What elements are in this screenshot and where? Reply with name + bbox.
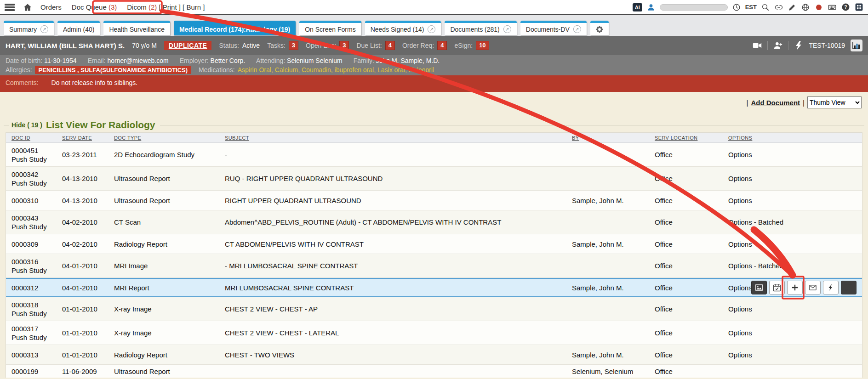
- medication-link[interactable]: Lasix oral: [377, 66, 405, 74]
- video-camera-icon[interactable]: [753, 41, 762, 50]
- add-document-link[interactable]: Add Document: [751, 99, 800, 107]
- table-row[interactable]: 0000316Push Study04-01-2010MRI Image- MR…: [6, 254, 862, 278]
- apps-icon[interactable]: [854, 3, 863, 12]
- tab-settings[interactable]: [590, 21, 609, 35]
- search-icon[interactable]: [761, 3, 770, 12]
- ai-badge[interactable]: AI: [633, 3, 642, 11]
- link-icon[interactable]: [774, 3, 783, 12]
- top-nav-item-doc-queue[interactable]: Doc Queue (3): [72, 3, 117, 11]
- user-icon[interactable]: [646, 3, 656, 12]
- table-row[interactable]: 000031004-13-2010Ultrasound ReportRIGHT …: [6, 191, 862, 210]
- options-link[interactable]: Options: [728, 197, 752, 204]
- table-row[interactable]: 000031301-01-2010Radiology ReportCHEST -…: [6, 345, 862, 365]
- cell-doc-id: 0000343Push Study: [11, 214, 62, 231]
- push-study-link[interactable]: Push Study: [11, 266, 47, 274]
- top-nav-item-orders[interactable]: Orders: [40, 3, 62, 11]
- person-add-icon[interactable]: [773, 41, 782, 50]
- table-row[interactable]: 0000318Push Study01-01-2010X-ray ImageCH…: [6, 297, 862, 321]
- tab-needs-signed-14[interactable]: Needs Signed (14)↗: [365, 21, 441, 35]
- medication-link[interactable]: Aspirin Oral: [238, 66, 271, 74]
- column-header-subject[interactable]: SUBJECT: [225, 135, 572, 141]
- options-link[interactable]: Options - Batched: [728, 218, 783, 226]
- hamburger-menu-icon[interactable]: [5, 4, 15, 11]
- tab-on-screen-forms[interactable]: On Screen Forms: [299, 21, 361, 35]
- help-icon[interactable]: ?: [841, 3, 850, 12]
- cell-subject: RUQ - RIGHT UPPER QUADRANT ULTRASOUND: [225, 174, 572, 183]
- options-link[interactable]: Options: [728, 240, 752, 248]
- allergy-chip[interactable]: PENICILLINS , SULFA(SULFONAMIDE ANTIBIOT…: [35, 66, 192, 74]
- tab-label: Needs Signed (14): [371, 26, 424, 33]
- annotate-icon[interactable]: [788, 3, 797, 12]
- popout-icon[interactable]: ↗: [503, 25, 511, 33]
- counter-badge[interactable]: 4: [437, 41, 447, 50]
- tab-summary[interactable]: Summary↗: [4, 21, 54, 35]
- options-link[interactable]: Options: [728, 305, 752, 313]
- hide-link[interactable]: Hide ( 19 ): [11, 121, 42, 129]
- column-header-serv-date[interactable]: SERV DATE: [62, 135, 114, 141]
- table-row[interactable]: 000031204-01-2010MRI ReportMRI LUMBOSACR…: [6, 278, 862, 297]
- push-study-link[interactable]: Push Study: [11, 310, 47, 317]
- table-row[interactable]: 0000451Push Study03-23-20112D Echocardio…: [6, 143, 862, 167]
- counter-badge[interactable]: 3: [289, 41, 298, 50]
- medication-link[interactable]: ibuprofen oral: [335, 66, 374, 74]
- cell-subject: - MRI LUMBOSACRAL SPINE CONTRAST: [225, 261, 572, 270]
- table-row[interactable]: 000030904-02-2010Radiology ReportCT ABDO…: [6, 234, 862, 254]
- table-row[interactable]: 000019911-06-2009Ultrasound ReportSeleni…: [6, 365, 862, 378]
- column-header-options[interactable]: OPTIONS: [728, 135, 862, 141]
- popout-icon[interactable]: ↗: [428, 25, 435, 33]
- medication-link[interactable]: Lisinopril: [409, 66, 434, 74]
- medication-link[interactable]: Calcium: [275, 66, 298, 74]
- tab-medical-record-174-radiology-19[interactable]: Medical Record (174):Radiology (19): [174, 21, 296, 35]
- table-row[interactable]: 0000342Push Study04-13-2010Ultrasound Re…: [6, 167, 862, 191]
- add-document-button[interactable]: [787, 281, 803, 294]
- column-header-by[interactable]: BY: [572, 135, 655, 141]
- bar-chart-icon[interactable]: [851, 40, 862, 51]
- home-icon[interactable]: [23, 3, 32, 12]
- tab-documents-dv[interactable]: Documents-DV↗: [520, 21, 587, 35]
- counter-due-list: Due List:4: [356, 41, 394, 50]
- task-calendar-button[interactable]: [769, 281, 785, 294]
- comment-bubble-button[interactable]: [841, 281, 857, 294]
- tab-admin-40[interactable]: Admin (40): [57, 21, 100, 35]
- options-link[interactable]: Options: [728, 351, 752, 359]
- keyboard-icon[interactable]: [828, 3, 837, 12]
- options-link[interactable]: Options: [728, 151, 752, 158]
- medication-link[interactable]: Coumadin: [302, 66, 331, 74]
- view-mode-select[interactable]: Thumb View: [807, 96, 862, 108]
- counter-order-req: Order Req:4: [402, 41, 447, 50]
- column-header-doc-id[interactable]: DOC ID: [11, 135, 62, 141]
- globe-icon[interactable]: [801, 3, 810, 12]
- clock-icon[interactable]: [732, 3, 741, 12]
- cell-serv-location: Office: [655, 351, 728, 359]
- cell-options: Options: [728, 305, 862, 313]
- column-header-serv-location[interactable]: SERV LOCATION: [655, 135, 728, 141]
- counter-badge[interactable]: 3: [339, 41, 349, 50]
- counter-badge[interactable]: 10: [476, 41, 489, 50]
- counter-badge[interactable]: 4: [385, 41, 395, 50]
- tab-documents-281[interactable]: Documents (281)↗: [445, 21, 516, 35]
- table-row[interactable]: 0000343Push Study04-02-2010CT ScanAbdome…: [6, 210, 862, 234]
- tab-label: On Screen Forms: [305, 26, 355, 33]
- push-study-link[interactable]: Push Study: [11, 155, 47, 163]
- popout-icon[interactable]: ↗: [573, 25, 581, 33]
- send-email-button[interactable]: [805, 281, 821, 294]
- medications-label: Medications:: [199, 66, 235, 74]
- open-image-button[interactable]: [751, 281, 767, 294]
- tab-health-surveillance[interactable]: Health Surveillance: [103, 21, 170, 35]
- push-study-link[interactable]: Push Study: [11, 334, 47, 341]
- options-link[interactable]: Options: [728, 284, 752, 292]
- sign-lightning-button[interactable]: [823, 281, 839, 294]
- table-row[interactable]: 0000317Push Study01-01-2010X-ray ImageCH…: [6, 321, 862, 345]
- duplicate-badge[interactable]: DUPLICATE: [164, 41, 212, 50]
- column-header-doc-type[interactable]: DOC TYPE: [114, 135, 225, 141]
- options-link[interactable]: Options: [728, 175, 752, 182]
- popout-icon[interactable]: ↗: [40, 25, 48, 33]
- top-nav-item-dicom[interactable]: Dicom (2) [ Print ] [ Burn ]: [127, 3, 205, 11]
- lightning-icon[interactable]: [794, 41, 803, 50]
- options-link[interactable]: Options - Batched: [728, 262, 783, 270]
- push-study-link[interactable]: Push Study: [11, 223, 47, 231]
- push-study-link[interactable]: Push Study: [11, 179, 47, 187]
- record-icon[interactable]: [814, 3, 823, 12]
- patient-age-sex: 70 y/o M: [132, 42, 157, 49]
- options-link[interactable]: Options: [728, 329, 752, 337]
